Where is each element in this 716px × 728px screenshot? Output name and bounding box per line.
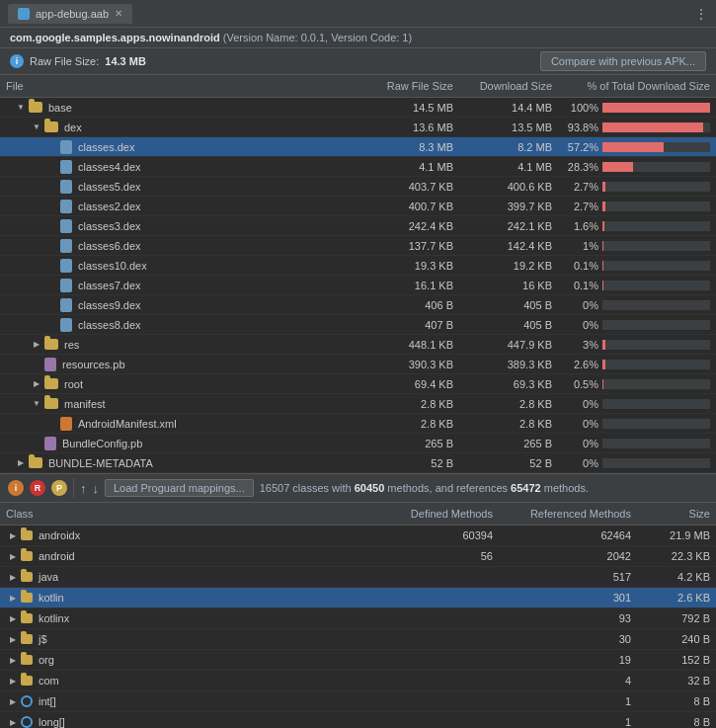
table-row[interactable]: manifest 2.8 KB 2.8 KB 0% xyxy=(0,394,716,414)
bar-fill xyxy=(602,182,605,192)
size-cell: 32 B xyxy=(637,673,716,688)
pct-bar-cell: 28.3% xyxy=(558,159,716,175)
nav-icon2[interactable]: ↓ xyxy=(93,481,100,496)
list-item[interactable]: org 19 152 B xyxy=(0,650,716,671)
table-row[interactable]: dex 13.6 MB 13.5 MB 93.8% xyxy=(0,118,716,137)
load-proguard-button[interactable]: Load Proguard mappings... xyxy=(105,479,254,497)
chevron-right-icon[interactable] xyxy=(8,635,18,644)
raw-size-cell: 19.3 KB xyxy=(370,258,459,274)
list-item[interactable]: java 517 4.2 KB xyxy=(0,567,716,588)
size-cell: 240 B xyxy=(637,631,716,647)
table-row[interactable]: classes.dex 8.3 MB 8.2 MB 57.2% xyxy=(0,137,716,157)
table-row[interactable]: classes7.dex 16.1 KB 16 KB 0.1% xyxy=(0,276,716,295)
pct-bar-cell: 0% xyxy=(558,317,716,333)
list-item[interactable]: j$ 30 240 B xyxy=(0,629,716,650)
file-name-cell: base xyxy=(0,100,370,116)
pct-text: 2.6% xyxy=(564,359,598,370)
table-row[interactable]: classes3.dex 242.4 KB 242.1 KB 1.6% xyxy=(0,216,716,236)
chevron-right-icon[interactable] xyxy=(8,656,18,665)
header-pct: % of Total Download Size xyxy=(558,78,716,94)
chevron-right-icon[interactable] xyxy=(32,379,41,388)
list-item[interactable]: kotlin 301 2.6 KB xyxy=(0,588,716,608)
table-row[interactable]: classes6.dex 137.7 KB 142.4 KB 1% xyxy=(0,236,716,256)
file-tab[interactable]: app-debug.aab ✕ xyxy=(8,4,132,24)
compare-button[interactable]: Compare with previous APK... xyxy=(540,51,706,71)
bar-background xyxy=(602,182,710,192)
file-name-text: root xyxy=(64,378,83,390)
chevron-right-icon[interactable] xyxy=(8,531,18,540)
dl-size-cell: 242.1 KB xyxy=(459,218,558,234)
table-row[interactable]: classes9.dex 406 B 405 B 0% xyxy=(0,295,716,315)
referenced-methods-cell: 4 xyxy=(499,673,637,688)
file-name-text: classes8.dex xyxy=(78,319,141,331)
bar-background xyxy=(602,221,710,231)
class-name-cell: kotlinx xyxy=(0,610,380,626)
chevron-down-icon[interactable] xyxy=(32,122,41,131)
table-row[interactable]: classes4.dex 4.1 MB 4.1 MB 28.3% xyxy=(0,157,716,177)
bar-fill xyxy=(602,340,605,350)
table-row[interactable]: base 14.5 MB 14.4 MB 100% xyxy=(0,98,716,118)
table-row[interactable]: BundleConfig.pb 265 B 265 B 0% xyxy=(0,434,716,453)
chevron-right-icon[interactable] xyxy=(8,614,18,623)
file-name-cell: classes9.dex xyxy=(0,296,370,314)
dl-size-cell: 13.5 MB xyxy=(459,120,558,135)
list-item[interactable]: androidx 60394 62464 21.9 MB xyxy=(0,526,716,546)
pct-bar-cell: 0% xyxy=(558,396,716,412)
file-name-cell: res xyxy=(0,337,370,353)
table-row[interactable]: classes10.dex 19.3 KB 19.2 KB 0.1% xyxy=(0,256,716,276)
referenced-methods-cell: 1 xyxy=(499,693,637,709)
chevron-right-icon[interactable] xyxy=(8,552,18,561)
table-row[interactable]: classes5.dex 403.7 KB 400.6 KB 2.7% xyxy=(0,177,716,197)
table-row[interactable]: res 448.1 KB 447.9 KB 3% xyxy=(0,335,716,355)
list-item[interactable]: com 4 32 B xyxy=(0,671,716,691)
folder-icon xyxy=(29,457,42,468)
bar-background xyxy=(602,281,710,290)
pct-text: 0% xyxy=(564,319,598,331)
table-row[interactable]: BUNDLE-METADATA 52 B 52 B 0% xyxy=(0,453,716,473)
menu-icon[interactable]: ⋮ xyxy=(694,6,708,22)
class-name-text: kotlinx xyxy=(39,612,69,624)
table-row[interactable]: root 69.4 KB 69.3 KB 0.5% xyxy=(0,374,716,394)
dl-size-cell: 4.1 MB xyxy=(459,159,558,175)
list-item[interactable]: long[] 1 8 B xyxy=(0,712,716,728)
dex-file-icon xyxy=(60,160,72,174)
table-row[interactable]: classes2.dex 400.7 KB 399.7 KB 2.7% xyxy=(0,197,716,216)
raw-size-cell: 52 B xyxy=(370,455,459,471)
file-name-text: BUNDLE-METADATA xyxy=(48,457,153,469)
tab-label: app-debug.aab xyxy=(36,8,109,20)
chevron-right-icon[interactable] xyxy=(8,718,18,727)
defined-methods-cell xyxy=(380,575,499,579)
bar-fill xyxy=(602,221,604,231)
list-item[interactable]: kotlinx 93 792 B xyxy=(0,608,716,629)
raw-size-cell: 13.6 MB xyxy=(370,120,459,135)
chevron-right-icon[interactable] xyxy=(16,458,26,467)
size-cell: 8 B xyxy=(637,693,716,709)
chevron-right-icon[interactable] xyxy=(8,594,18,603)
file-name-cell: classes5.dex xyxy=(0,178,370,196)
chevron-down-icon[interactable] xyxy=(16,103,26,112)
list-item[interactable]: int[] 1 8 B xyxy=(0,691,716,712)
defined-methods-cell: 60394 xyxy=(380,527,499,543)
class-name-cell: com xyxy=(0,673,380,688)
folder-icon xyxy=(44,339,58,350)
chevron-right-icon[interactable] xyxy=(8,573,18,582)
table-row[interactable]: AndroidManifest.xml 2.8 KB 2.8 KB 0% xyxy=(0,414,716,434)
chevron-right-icon[interactable] xyxy=(32,340,41,349)
file-name-text: classes7.dex xyxy=(78,280,141,291)
dl-size-cell: 447.9 KB xyxy=(459,337,558,353)
summary-text: 16507 classes with 60450 methods, and re… xyxy=(260,482,589,494)
chevron-down-icon[interactable] xyxy=(32,399,41,408)
close-icon[interactable]: ✕ xyxy=(115,8,122,19)
file-name-cell: BundleConfig.pb xyxy=(0,435,370,452)
nav-icon1[interactable]: ↑ xyxy=(80,481,87,496)
table-row[interactable]: resources.pb 390.3 KB 389.3 KB 2.6% xyxy=(0,355,716,374)
dex-file-icon xyxy=(60,279,72,292)
list-item[interactable]: android 56 2042 22.3 KB xyxy=(0,546,716,567)
table-row[interactable]: classes8.dex 407 B 405 B 0% xyxy=(0,315,716,335)
defined-methods-cell xyxy=(380,616,499,620)
dl-size-cell: 405 B xyxy=(459,317,558,333)
chevron-right-icon[interactable] xyxy=(8,677,18,686)
chevron-right-icon[interactable] xyxy=(8,697,18,706)
file-name-cell: BUNDLE-METADATA xyxy=(0,455,370,471)
bar-fill xyxy=(602,202,605,211)
